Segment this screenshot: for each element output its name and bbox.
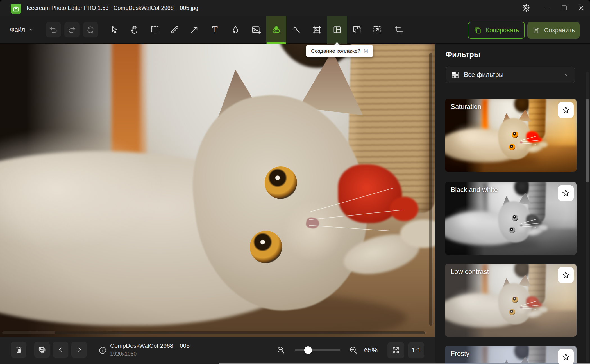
- copy-button[interactable]: Копировать: [468, 22, 525, 39]
- tooltip-shortcut: М: [364, 48, 368, 54]
- chevron-down-icon: [563, 72, 570, 78]
- image-filename: CompDeskWalCol-2968__005: [110, 342, 190, 349]
- collage-icon: [332, 25, 342, 35]
- tool-resize[interactable]: [367, 16, 387, 44]
- favorite-button[interactable]: [558, 185, 574, 201]
- fit-screen-button[interactable]: [387, 342, 404, 358]
- info-icon: [98, 346, 107, 355]
- zoom-out-icon: [276, 345, 286, 355]
- file-menu-label: Файл: [10, 26, 25, 33]
- photo-editor-window: Icecream Photo Editor PRO 1.53 - CompDes…: [0, 0, 590, 364]
- filter-label: Black and white: [451, 186, 498, 194]
- filter-label: Frosty: [451, 350, 469, 358]
- text-icon: T: [210, 25, 220, 35]
- zoom-in-button[interactable]: [349, 345, 358, 355]
- undo-button[interactable]: [46, 22, 61, 37]
- app-logo-icon: [11, 4, 21, 14]
- canvas-image[interactable]: [0, 44, 435, 337]
- tool-pencil[interactable]: [164, 16, 185, 44]
- pencil-icon: [169, 25, 180, 35]
- tool-magic-wand[interactable]: [286, 16, 306, 44]
- maximize-button[interactable]: [556, 0, 572, 16]
- zoom-slider-track[interactable]: [295, 349, 340, 351]
- photo-scene: [0, 44, 435, 337]
- window-title: Icecream Photo Editor PRO 1.53 - CompDes…: [27, 0, 198, 16]
- canvas-horizontal-scrollbar-thumb[interactable]: [55, 331, 425, 334]
- save-icon: [532, 26, 541, 35]
- canvas-vertical-scrollbar-thumb[interactable]: [429, 53, 432, 326]
- grid-icon: [451, 71, 459, 79]
- copy-button-label: Копировать: [486, 27, 519, 34]
- actual-size-button[interactable]: 1:1: [408, 342, 424, 358]
- rotate-flip-icon: [352, 25, 362, 35]
- zoom-in-icon: [349, 345, 358, 355]
- chevron-down-icon: [28, 27, 34, 33]
- filters-panel-title: Фильтры: [446, 50, 480, 59]
- tool-collage[interactable]: [327, 16, 347, 44]
- tool-marquee-select[interactable]: [145, 16, 165, 44]
- save-button[interactable]: Сохранить: [527, 22, 580, 39]
- previous-image-button[interactable]: [53, 342, 68, 358]
- next-image-button[interactable]: [71, 342, 87, 358]
- tool-arrow[interactable]: [184, 16, 205, 44]
- zoom-level: 65%: [364, 346, 378, 354]
- info-button[interactable]: [98, 346, 107, 355]
- pointer-icon: [109, 25, 119, 35]
- star-icon: [561, 271, 570, 280]
- redo-button[interactable]: [64, 22, 80, 37]
- filter-card-black-and-white[interactable]: Black and white: [445, 182, 577, 255]
- favorite-button[interactable]: [558, 349, 574, 364]
- filter-card-low-contrast[interactable]: Low contrast: [445, 264, 577, 337]
- settings-button[interactable]: [518, 0, 534, 16]
- close-icon: [577, 4, 585, 12]
- marquee-select-icon: [150, 25, 160, 35]
- minimize-icon: [544, 4, 552, 12]
- filter-label: Saturation: [451, 103, 481, 111]
- tool-pointer[interactable]: [104, 16, 124, 44]
- magic-wand-icon: [291, 25, 301, 35]
- tool-blur-drop[interactable]: [225, 16, 246, 44]
- toolbar: Файл: [0, 16, 590, 44]
- chevron-right-icon: [75, 346, 83, 354]
- filter-card-frosty[interactable]: Frosty: [445, 346, 577, 364]
- reset-button[interactable]: [83, 22, 98, 37]
- filter-card-saturation[interactable]: Saturation: [445, 99, 577, 172]
- minimize-button[interactable]: [540, 0, 556, 16]
- tool-frame[interactable]: [307, 16, 327, 44]
- arrow-icon: [189, 25, 199, 35]
- favorite-button[interactable]: [558, 267, 574, 283]
- close-button[interactable]: [573, 0, 589, 16]
- filters-panel: Фильтры Все фильтры: [435, 44, 590, 364]
- filter-category-dropdown[interactable]: Все фильтры: [446, 67, 575, 83]
- zoom-out-button[interactable]: [276, 345, 286, 355]
- delete-button[interactable]: [11, 342, 26, 358]
- copy-icon: [473, 26, 482, 35]
- tool-text[interactable]: T: [205, 16, 225, 44]
- collage-tooltip: Создание коллажей М: [306, 45, 373, 57]
- star-icon: [561, 352, 570, 361]
- reset-icon: [86, 25, 95, 34]
- expand-arrows-icon: [391, 346, 400, 355]
- hand-icon: [130, 25, 140, 35]
- status-bar: CompDeskWalCol-2968__005 1920x1080 65%: [0, 337, 435, 364]
- tool-add-image[interactable]: [246, 16, 266, 44]
- image-dimensions: 1920x1080: [110, 351, 137, 357]
- tool-filters[interactable]: [266, 16, 286, 44]
- camera-icon: [12, 5, 20, 13]
- title-bar: Icecream Photo Editor PRO 1.53 - CompDes…: [0, 0, 590, 16]
- favorite-button[interactable]: [558, 102, 574, 118]
- zoom-slider-thumb[interactable]: [304, 346, 312, 354]
- file-menu[interactable]: Файл: [10, 16, 34, 44]
- add-image-icon: [251, 25, 261, 35]
- tool-crop[interactable]: [389, 16, 409, 44]
- frame-icon: [312, 25, 322, 35]
- canvas-photo: [0, 44, 435, 337]
- save-button-label: Сохранить: [544, 27, 575, 34]
- tool-hand[interactable]: [125, 16, 145, 44]
- tool-rotate-flip[interactable]: [347, 16, 367, 44]
- actual-size-label: 1:1: [411, 346, 421, 354]
- svg-text:T: T: [212, 25, 217, 34]
- panel-scrollbar-thumb[interactable]: [586, 99, 589, 182]
- crop-icon: [394, 25, 404, 35]
- gallery-button[interactable]: [34, 342, 50, 358]
